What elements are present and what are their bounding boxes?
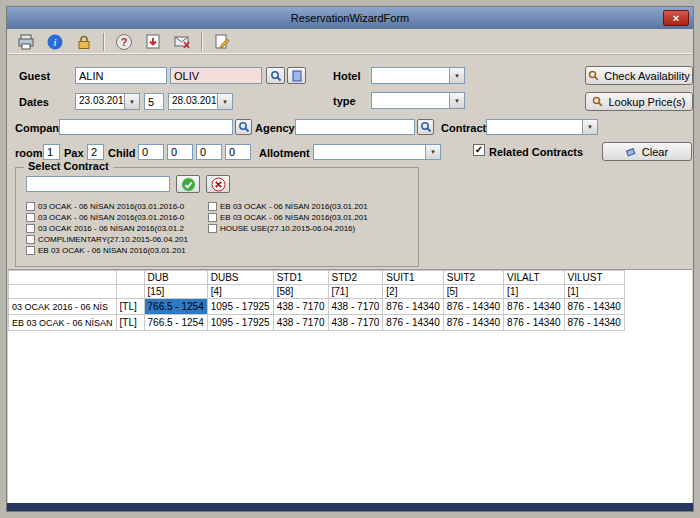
search-icon xyxy=(238,121,250,133)
checkbox-icon[interactable] xyxy=(208,202,217,211)
company-search-button[interactable] xyxy=(235,119,252,135)
child2-input[interactable] xyxy=(167,144,193,160)
help-icon: ? xyxy=(115,33,133,51)
check-availability-button[interactable]: Check Availability xyxy=(585,66,693,85)
grid-cell[interactable]: 438 - 7170 xyxy=(328,299,383,315)
apply-contract-button[interactable] xyxy=(176,175,200,193)
grid-header-cell[interactable]: STD1 xyxy=(273,271,328,285)
import-button[interactable] xyxy=(140,31,166,53)
edit-note-button[interactable] xyxy=(209,31,235,53)
grid-cell[interactable]: 876 - 14340 xyxy=(564,299,624,315)
checkbox-icon[interactable] xyxy=(26,213,35,222)
grid-header-cell[interactable]: SUIT1 xyxy=(383,271,443,285)
guest-clear-button[interactable] xyxy=(287,67,306,84)
grid-header-cell[interactable]: VILALT xyxy=(504,271,564,285)
grid-cell[interactable]: 876 - 14340 xyxy=(383,299,443,315)
grid-cell[interactable]: 1095 - 17925 xyxy=(207,299,273,315)
contract-list-item[interactable]: EB 03 OCAK - 06 NİSAN 2016(03.01.201 xyxy=(26,245,206,256)
grid-cell[interactable]: 438 - 7170 xyxy=(328,315,383,331)
grid-cell[interactable]: 876 - 14340 xyxy=(443,299,503,315)
info-button[interactable]: i xyxy=(42,31,68,53)
date-to-value: 28.03.2016 xyxy=(169,94,217,109)
grid-cell[interactable]: 438 - 7170 xyxy=(273,299,328,315)
company-input[interactable] xyxy=(59,119,233,135)
grid-header-cell[interactable]: DUBS xyxy=(207,271,273,285)
print-button[interactable] xyxy=(13,31,39,53)
checkbox-icon[interactable] xyxy=(208,213,217,222)
close-button[interactable]: × xyxy=(663,10,689,26)
contract-select[interactable]: ▼ xyxy=(486,119,598,135)
grid-header-cell[interactable]: DUB xyxy=(144,271,207,285)
titlebar[interactable]: ReservationWizardForm × xyxy=(7,7,693,29)
chevron-down-icon[interactable]: ▼ xyxy=(425,145,440,159)
grid-currency-cell[interactable]: [TL] xyxy=(116,315,144,331)
grid-header-cell[interactable]: VILUST xyxy=(564,271,624,285)
guest-label: Guest xyxy=(19,70,50,82)
checkbox-icon[interactable] xyxy=(208,224,217,233)
contract-list-item[interactable]: HOUSE USE(27.10.2015-06.04.2016) xyxy=(208,223,413,234)
chevron-down-icon[interactable]: ▼ xyxy=(217,94,232,109)
child4-input[interactable] xyxy=(225,144,251,160)
contract-filter-input[interactable] xyxy=(26,176,170,192)
nights-input[interactable] xyxy=(144,93,164,110)
date-to-picker[interactable]: 28.03.2016 ▼ xyxy=(168,93,233,110)
contract-list-item[interactable]: 03 OCAK 2016 - 06 NİSAN 2016(03.01.2 xyxy=(26,223,206,234)
checkbox-icon[interactable] xyxy=(26,235,35,244)
chevron-down-icon[interactable]: ▼ xyxy=(124,94,139,109)
delete-grid-button[interactable] xyxy=(169,31,195,53)
allotment-select[interactable]: ▼ xyxy=(313,144,441,160)
chevron-down-icon[interactable]: ▼ xyxy=(449,68,464,83)
related-contracts-checkbox[interactable]: ✓ xyxy=(473,144,485,156)
grid-cell[interactable]: 438 - 7170 xyxy=(273,315,328,331)
grid-header-cell[interactable]: SUIT2 xyxy=(443,271,503,285)
chevron-down-icon[interactable]: ▼ xyxy=(582,120,597,134)
child3-input[interactable] xyxy=(196,144,222,160)
grid-cell[interactable]: 766.5 - 1254 xyxy=(144,315,207,331)
guest-search-button[interactable] xyxy=(266,67,285,84)
clear-button[interactable]: Clear xyxy=(602,142,692,161)
grid-cell[interactable]: 876 - 14340 xyxy=(383,315,443,331)
contract-list-item[interactable]: EB 03 OCAK - 06 NİSAN 2016(03.01.201 xyxy=(208,201,413,212)
lookup-search-icon xyxy=(592,96,603,107)
cancel-contract-button[interactable] xyxy=(206,175,230,193)
grid-cell[interactable]: 876 - 14340 xyxy=(443,315,503,331)
guest-last-input[interactable] xyxy=(170,67,262,84)
grid-row-label[interactable]: 03 OCAK 2016 - 06 NİS xyxy=(9,299,117,315)
grid-row-label[interactable]: EB 03 OCAK - 06 NİSAN xyxy=(9,315,117,331)
grid-cell-selected[interactable]: 766.5 - 1254 xyxy=(144,299,207,315)
child1-input[interactable] xyxy=(138,144,164,160)
agency-search-button[interactable] xyxy=(417,119,434,135)
hotel-select[interactable]: ▼ xyxy=(371,67,465,84)
pax-input[interactable] xyxy=(87,144,104,160)
guest-first-input[interactable] xyxy=(75,67,167,84)
grid-cell[interactable]: 876 - 14340 xyxy=(504,315,564,331)
date-from-picker[interactable]: 23.03.2016 ▼ xyxy=(75,93,140,110)
grid-cell[interactable]: 876 - 14340 xyxy=(504,299,564,315)
chevron-down-icon[interactable]: ▼ xyxy=(449,93,464,108)
contract-item-label: 03 OCAK - 06 NİSAN 2016(03.01.2016-0 xyxy=(38,213,184,222)
contract-list-item[interactable]: EB 03 OCAK - 06 NİSAN 2016(03.01.201 xyxy=(208,212,413,223)
checkbox-icon[interactable] xyxy=(26,224,35,233)
room-input[interactable] xyxy=(43,144,60,160)
contract-list-item[interactable]: COMPLIMENTARY(27.10.2015-06.04.201 xyxy=(26,234,206,245)
print-icon xyxy=(17,33,35,51)
agency-input[interactable] xyxy=(295,119,415,135)
checkbox-icon[interactable] xyxy=(26,202,35,211)
window-title: ReservationWizardForm xyxy=(291,12,410,24)
grid-currency-cell[interactable]: [TL] xyxy=(116,299,144,315)
lock-button[interactable] xyxy=(71,31,97,53)
contract-list-item[interactable]: 03 OCAK - 06 NİSAN 2016(03.01.2016-0 xyxy=(26,212,206,223)
red-cross-icon xyxy=(211,177,226,192)
contract-label: Contract xyxy=(441,122,486,134)
contract-list-item[interactable]: 03 OCAK - 06 NİSAN 2016(03.01.2016-0 xyxy=(26,201,206,212)
type-select[interactable]: ▼ xyxy=(371,92,465,109)
grid-cell[interactable]: 876 - 14340 xyxy=(564,315,624,331)
checkbox-icon[interactable] xyxy=(26,246,35,255)
toolbar: i ? xyxy=(7,29,693,55)
contract-item-label: EB 03 OCAK - 06 NİSAN 2016(03.01.201 xyxy=(220,202,368,211)
lookup-prices-button[interactable]: Lookup Price(s) xyxy=(585,92,693,111)
svg-text:?: ? xyxy=(121,36,128,48)
help-button[interactable]: ? xyxy=(111,31,137,53)
grid-header-cell[interactable]: STD2 xyxy=(328,271,383,285)
grid-cell[interactable]: 1095 - 17925 xyxy=(207,315,273,331)
